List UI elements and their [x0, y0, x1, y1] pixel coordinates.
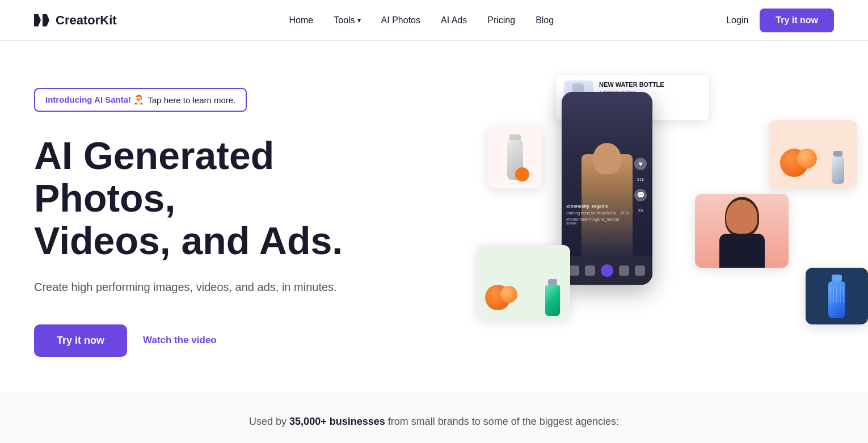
phone-profile-icon — [635, 265, 645, 276]
small-product-card-left — [488, 126, 542, 188]
green-bottle — [545, 279, 560, 316]
phone-bottom-bar — [562, 256, 652, 285]
nav-tools[interactable]: Tools ▾ — [334, 15, 360, 26]
logo[interactable]: CreatorKit — [34, 13, 117, 28]
like-icon: ♥ — [634, 158, 647, 170]
phone-inbox-icon — [619, 265, 629, 276]
orange-decoration — [515, 167, 529, 182]
blue-bottle-cap — [832, 275, 842, 281]
nav-home[interactable]: Home — [289, 15, 314, 25]
green-half-orange — [500, 286, 517, 303]
phone-inner: ♥ 21k 💬 35 @honestly_organic Starting tr… — [562, 92, 652, 285]
nav-ai-photos[interactable]: AI Photos — [381, 15, 420, 25]
nav-ai-ads[interactable]: AI Ads — [441, 15, 467, 25]
announcement-banner[interactable]: Introducing AI Santa! 🎅 Tap here to lear… — [34, 88, 247, 112]
green-bottle-body — [545, 285, 560, 316]
bottle-scene-body — [832, 157, 844, 184]
blue-bottle-body — [828, 281, 845, 318]
logo-icon — [34, 14, 51, 27]
phone-action-icons: ♥ 21k 💬 35 — [634, 158, 647, 213]
chevron-down-icon: ▾ — [357, 16, 361, 24]
green-scene-card — [477, 245, 570, 319]
phone-video: ♥ 21k 💬 35 @honestly_organic Starting tr… — [562, 92, 652, 256]
caption-overlay: @honestly_organic Starting trend for bru… — [566, 204, 630, 225]
bottle-image — [499, 133, 530, 182]
listing-title: NEW WATER BOTTLE — [599, 81, 701, 88]
phone-home-icon — [569, 265, 579, 276]
comment-count: 35 — [638, 208, 643, 213]
half-orange — [797, 149, 817, 168]
announcement-emoji: 🎅 — [133, 95, 144, 104]
hero-section: Introducing AI Santa! 🎅 Tap here to lear… — [0, 41, 868, 393]
social-proof-text: Used by 35,000+ businesses from small br… — [34, 416, 834, 428]
social-proof-section: Used by 35,000+ businesses from small br… — [0, 393, 868, 443]
watch-video-link[interactable]: Watch the video — [143, 335, 217, 346]
blue-bottle — [828, 275, 845, 318]
woman-card — [695, 194, 789, 268]
orange-scene-inner — [769, 120, 857, 188]
woman-body — [719, 234, 765, 268]
login-button[interactable]: Login — [726, 15, 748, 26]
bottle-scene-cap — [833, 151, 842, 157]
businesses-count: 35,000+ businesses — [289, 416, 385, 427]
hero-content: Introducing AI Santa! 🎅 Tap here to lear… — [34, 88, 420, 356]
blue-bottle-pattern — [829, 286, 844, 303]
try-now-button-hero[interactable]: Try it now — [34, 324, 127, 357]
orange-scene-card — [769, 120, 857, 188]
announcement-text: Introducing AI Santa! 🎅 — [45, 95, 144, 105]
logo-text: CreatorKit — [56, 13, 117, 28]
nav-pricing[interactable]: Pricing — [487, 15, 515, 25]
blue-bottle-card — [806, 268, 868, 324]
woman-head — [726, 200, 757, 234]
nav-blog[interactable]: Blog — [536, 15, 554, 25]
phone-plus-icon — [601, 264, 613, 277]
hero-cta: Try it now Watch the video — [34, 324, 420, 357]
like-count: 21k — [637, 177, 644, 182]
hero-visuals: NEW WATER BOTTLE + honest review ★★★☆☆ (… — [505, 81, 834, 364]
hero-subtitle: Create high performing images, videos, a… — [34, 278, 420, 296]
bottle-scene — [832, 151, 844, 184]
nav-links: Home Tools ▾ AI Photos AI Ads Pricing Bl… — [289, 15, 554, 26]
navbar: CreatorKit Home Tools ▾ AI Photos AI Ads… — [0, 0, 868, 41]
woman-figure — [695, 194, 789, 268]
hero-title: AI Generated Photos, Videos, and Ads. — [34, 134, 420, 261]
nav-right: Login Try it now — [726, 9, 834, 32]
phone-mockup: ♥ 21k 💬 35 @honestly_organic Starting tr… — [562, 92, 652, 285]
green-scene — [477, 245, 570, 319]
green-bottle-cap — [548, 279, 557, 285]
comment-icon: 💬 — [634, 189, 647, 201]
try-now-button-nav[interactable]: Try it now — [760, 9, 834, 32]
phone-search-icon — [585, 265, 595, 276]
